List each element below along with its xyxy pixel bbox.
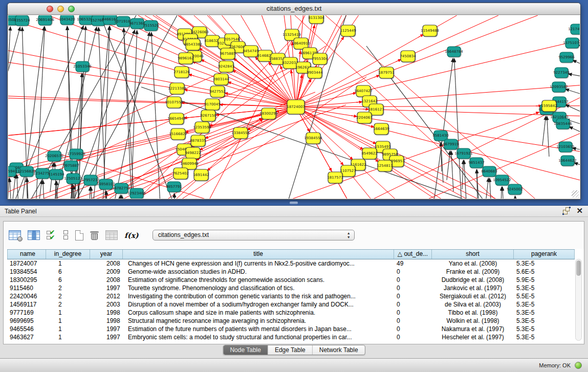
table-cell[interactable]: Nakamura et al. (1997) — [432, 325, 514, 333]
graph-node[interactable]: 20206576 — [45, 151, 63, 161]
graph-node[interactable]: 9170045 — [204, 99, 220, 110]
graph-node[interactable]: 8131304 — [308, 15, 324, 24]
table-cell[interactable]: Dudbridge et al. (2008) — [432, 276, 514, 284]
graph-node[interactable]: 9267150 — [200, 110, 216, 121]
table-cell[interactable]: Structural magnetic resonance image aver… — [123, 317, 394, 325]
table-cell[interactable]: 5.3E-5 — [514, 333, 575, 341]
column-pair-icon[interactable] — [63, 230, 69, 240]
table-cell[interactable]: 14569117 — [7, 300, 46, 309]
graph-node[interactable]: 12353594 — [193, 122, 211, 133]
table-cell[interactable]: Stergiakouli et al. (2012) — [432, 292, 514, 300]
graph-node[interactable]: 8454749 — [243, 46, 258, 57]
table-cell[interactable]: 0 — [394, 300, 432, 309]
close-panel-icon[interactable]: ✕ — [576, 207, 583, 214]
table-cell[interactable]: 2 — [46, 300, 90, 309]
table-row[interactable]: 946362711997Embryonic stem cells: a mode… — [7, 333, 575, 341]
table-cell[interactable]: Yano et al. (2008) — [432, 259, 514, 268]
graph-node[interactable]: 1043420 — [59, 15, 75, 25]
graph-node[interactable]: 12505123 — [64, 173, 82, 184]
graph-node[interactable]: 10835446 — [554, 119, 572, 129]
table-cell[interactable]: 1998 — [90, 309, 123, 317]
graph-node[interactable]: 12174906 — [568, 24, 580, 34]
graph-node[interactable]: 10954522 — [493, 175, 511, 185]
column-header-title[interactable]: title — [123, 250, 394, 259]
graph-node[interactable]: 12213383 — [168, 83, 186, 94]
table-cell[interactable]: 2012 — [90, 292, 123, 300]
table-cell[interactable]: 5.9E-5 — [514, 276, 575, 284]
graph-node[interactable]: 12103655 — [556, 142, 575, 152]
graph-node[interactable]: 9975887 — [63, 161, 79, 171]
function-builder-icon[interactable]: f(x) — [124, 231, 139, 239]
table-row[interactable]: 911546021997Tourette syndrome. Phenomeno… — [7, 284, 575, 292]
graph-node[interactable]: 9529966 — [558, 52, 575, 62]
graph-node[interactable]: 12923468 — [127, 188, 146, 199]
table-cell[interactable]: Tourette syndrome. Phenomenology and cla… — [123, 284, 394, 292]
table-cell[interactable]: 9777169 — [7, 309, 46, 317]
table-cell[interactable]: 2009 — [90, 268, 123, 276]
column-header-out_de...[interactable]: △ out_de... — [394, 250, 432, 259]
graph-node[interactable]: 18724007 — [287, 100, 305, 114]
float-panel-icon[interactable] — [563, 207, 570, 214]
graph-node[interactable]: 13384554 — [231, 127, 250, 139]
table-cell[interactable]: 2 — [46, 292, 90, 300]
table-cell[interactable]: 1997 — [90, 284, 123, 292]
tab-node-table[interactable]: Node Table — [223, 345, 268, 355]
table-row[interactable]: 969969511998Structural magnetic resonanc… — [7, 317, 575, 325]
graph-node[interactable]: 15166827 — [169, 128, 187, 140]
table-cell[interactable]: 1997 — [90, 325, 123, 333]
graph-node[interactable]: 8427552 — [209, 86, 225, 97]
graph-node[interactable]: 1664639 — [373, 123, 389, 135]
graph-node[interactable]: 9851437 — [468, 158, 484, 168]
new-file-icon[interactable] — [75, 230, 83, 240]
table-cell[interactable]: 0 — [394, 309, 432, 317]
table-row[interactable]: 1938455462009Genome-wide association stu… — [7, 268, 575, 276]
graph-node[interactable]: 16791921 — [454, 148, 473, 159]
table-cell[interactable]: Embryonic stem cells: a model to study s… — [123, 333, 394, 341]
close-window-button[interactable] — [47, 6, 53, 12]
table-cell[interactable]: 2 — [46, 284, 90, 292]
table-cell[interactable]: 49 — [394, 259, 432, 268]
table-cell[interactable]: 0 — [394, 276, 432, 284]
table-cell[interactable]: 6 — [46, 276, 90, 284]
table-cell[interactable]: 5.3E-5 — [514, 284, 575, 292]
table-cell[interactable]: Corpus callosum shape and size in male p… — [123, 309, 394, 317]
table-row[interactable]: 1830029562008Estimation of significance … — [7, 276, 575, 284]
network-canvas[interactable]: 8135054435572420691406104342010653287152… — [8, 15, 580, 199]
graph-node[interactable]: 16648784 — [445, 47, 463, 57]
table-cell[interactable]: de Silva et al. (2003) — [432, 300, 514, 309]
graph-node[interactable]: 9675885 — [220, 48, 235, 59]
graph-node[interactable]: 19384554 — [304, 133, 322, 144]
table-cell[interactable]: 0 — [394, 284, 432, 292]
table-cell[interactable]: 1 — [46, 333, 90, 341]
table-cell[interactable]: 2008 — [90, 276, 123, 284]
graph-node[interactable]: 10644622 — [558, 156, 577, 166]
delete-icon[interactable] — [90, 230, 99, 240]
table-cell[interactable]: 0 — [394, 325, 432, 333]
table-cell[interactable]: Genome-wide association studies in ADHD. — [123, 268, 394, 276]
graph-node[interactable]: 1879751 — [378, 67, 394, 78]
graph-node[interactable]: 8878335 — [190, 135, 206, 146]
table-cell[interactable]: Disruption of a novel member of a sodium… — [123, 300, 394, 309]
column-header-name[interactable]: name — [7, 250, 46, 259]
graph-node[interactable]: 9896162 — [178, 53, 193, 64]
table-cell[interactable]: Changes of HCN gene expression and I(f) … — [123, 259, 394, 268]
table-scrollbar-thumb[interactable] — [576, 260, 581, 276]
graph-node[interactable]: 2803144 — [213, 74, 229, 85]
column-header-in_degree[interactable]: in_degree — [46, 250, 90, 259]
table-cell[interactable]: 18300295 — [7, 276, 46, 284]
table-cell[interactable]: Hescheler et al. (1997) — [432, 333, 514, 341]
table-cell[interactable]: Jankovic et al. (1997) — [432, 284, 514, 292]
table-cell[interactable]: Estimation of significance thresholds fo… — [123, 276, 394, 284]
table-cell[interactable]: Wolkin et al. (1998) — [432, 317, 514, 325]
column-header-pagerank[interactable]: pagerank — [514, 250, 575, 259]
table-cell[interactable]: 1 — [46, 317, 90, 325]
table-cell[interactable]: 9465546 — [7, 325, 46, 333]
graph-node[interactable]: 3315941 — [8, 166, 17, 177]
table-row[interactable]: 2242004622012Investigating the contribut… — [7, 292, 575, 300]
table-cell[interactable]: 22420046 — [7, 292, 46, 300]
window-resize-grip[interactable] — [572, 190, 579, 198]
table-cell[interactable]: 5.3E-5 — [514, 300, 575, 309]
graph-node[interactable]: 1254811 — [377, 160, 393, 171]
table-cell[interactable]: 5.6E-5 — [514, 268, 575, 276]
network-window[interactable]: citations_edges.txt 81350544355724206914… — [7, 3, 581, 200]
